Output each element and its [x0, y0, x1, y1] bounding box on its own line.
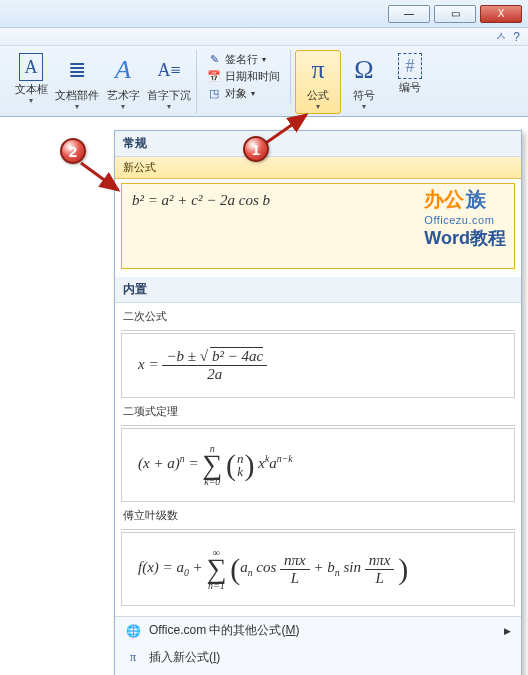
quickparts-icon: ≣ — [60, 53, 94, 87]
dropdown-footer: 🌐 Office.com 中的其他公式(M) ▶ π 插入新公式(I) 💾 将所… — [115, 616, 521, 675]
omega-icon: Ω — [347, 53, 381, 87]
watermark-text2: Officezu.com — [424, 211, 506, 229]
number-label: 编号 — [399, 81, 421, 94]
watermark-text1a: 办公 — [424, 188, 464, 210]
calendar-icon: 📅 — [207, 70, 221, 84]
chevron-right-icon: ▶ — [504, 626, 511, 636]
equation-dropdown: 常规 新公式 b² = a² + c² − 2a cos b 办公族 Offic… — [114, 130, 522, 675]
dropcap-button[interactable]: A≡ 首字下沉 ▾ — [146, 50, 192, 114]
chevron-down-icon: ▾ — [29, 96, 33, 105]
ribbon-group-text: A 文本框 ▾ ≣ 文档部件 ▾ A 艺术字 ▾ A≡ 首字下沉 ▾ — [4, 50, 197, 114]
quickparts-label: 文档部件 — [55, 89, 99, 102]
quickparts-button[interactable]: ≣ 文档部件 ▾ — [54, 50, 100, 114]
pi-icon: π — [301, 53, 335, 87]
footer-insert-label: 插入新公式(I) — [149, 649, 220, 666]
window-titlebar: — ▭ X — [0, 0, 528, 28]
textbox-icon: A — [19, 53, 43, 81]
datetime-button[interactable]: 📅日期和时间 — [207, 69, 280, 84]
new-equation-item[interactable]: b² = a² + c² − 2a cos b 办公族 Officezu.com… — [121, 183, 515, 269]
binomial-formula: (x + a)n = n ∑ k=0 (nk) xkan−k — [138, 455, 293, 471]
ribbon-help-row: ㅅ ? — [0, 28, 528, 46]
symbol-label: 符号 — [353, 89, 375, 102]
symbol-button[interactable]: Ω 符号 ▾ — [341, 50, 387, 114]
wordart-button[interactable]: A 艺术字 ▾ — [100, 50, 146, 114]
watermark-text3: Word教程 — [424, 229, 506, 247]
chevron-down-icon: ▾ — [121, 102, 125, 111]
footer-office-label: Office.com 中的其他公式(M) — [149, 622, 299, 639]
equation-button[interactable]: π 公式 ▾ — [295, 50, 341, 114]
object-icon: ◳ — [207, 87, 221, 101]
ribbon-group-symbols: π 公式 ▾ Ω 符号 ▾ # 编号 — [291, 50, 437, 114]
footer-save-selection: 💾 将所选内容保存到公式库(S)... — [115, 671, 521, 675]
chevron-down-icon: ▾ — [362, 102, 366, 111]
number-button[interactable]: # 编号 — [387, 50, 433, 114]
chevron-down-icon: ▾ — [167, 102, 171, 111]
dropdown-header-general: 常规 — [115, 131, 521, 157]
section-quadratic-label: 二次公式 — [123, 309, 513, 324]
number-icon: # — [398, 53, 422, 79]
globe-icon: 🌐 — [125, 623, 141, 639]
window-minimize-button[interactable]: — — [388, 5, 430, 23]
equation-item-binomial[interactable]: (x + a)n = n ∑ k=0 (nk) xkan−k — [121, 428, 515, 502]
dropcap-icon: A≡ — [152, 53, 186, 87]
footer-insert-new[interactable]: π 插入新公式(I) — [115, 644, 521, 671]
textbox-label: 文本框 — [15, 83, 48, 96]
dropdown-header-builtin: 内置 — [115, 277, 521, 303]
signature-label: 签名行 — [225, 52, 258, 67]
signature-icon: ✎ — [207, 53, 221, 67]
datetime-label: 日期和时间 — [225, 69, 280, 84]
object-button[interactable]: ◳对象▾ — [207, 86, 280, 101]
equation-item-quadratic[interactable]: x = −b ± √b² − 4ac 2a — [121, 333, 515, 398]
callout-2: 2 — [60, 138, 86, 164]
window-close-button[interactable]: X — [480, 5, 522, 23]
section-binomial-label: 二项式定理 — [123, 404, 513, 419]
ribbon: A 文本框 ▾ ≣ 文档部件 ▾ A 艺术字 ▾ A≡ 首字下沉 ▾ ✎签名行▾ — [0, 46, 528, 117]
new-equation-formula: b² = a² + c² − 2a cos b — [132, 192, 270, 208]
callout-2-arrow — [76, 158, 126, 198]
signature-line-button[interactable]: ✎签名行▾ — [207, 52, 280, 67]
section-fourier-label: 傅立叶级数 — [123, 508, 513, 523]
chevron-down-icon: ▾ — [75, 102, 79, 111]
ribbon-collapse-icon[interactable]: ㅅ — [495, 28, 507, 45]
watermark-text1b: 族 — [466, 188, 486, 210]
callout-1: 1 — [243, 136, 269, 162]
footer-office-more[interactable]: 🌐 Office.com 中的其他公式(M) ▶ — [115, 617, 521, 644]
textbox-button[interactable]: A 文本框 ▾ — [8, 50, 54, 114]
watermark: 办公族 Officezu.com Word教程 — [424, 190, 506, 247]
dropdown-header-neweq: 新公式 — [115, 157, 521, 179]
dropcap-label: 首字下沉 — [147, 89, 191, 102]
object-label: 对象 — [225, 86, 247, 101]
wordart-label: 艺术字 — [107, 89, 140, 102]
equation-item-fourier[interactable]: f(x) = a0 + ∞ ∑ n=1 (an cos nπxL + bn si… — [121, 532, 515, 606]
quadratic-formula: x = −b ± √b² − 4ac 2a — [138, 356, 267, 372]
pi-icon: π — [125, 650, 141, 666]
equation-label: 公式 — [307, 89, 329, 102]
window-maximize-button[interactable]: ▭ — [434, 5, 476, 23]
fourier-formula: f(x) = a0 + ∞ ∑ n=1 (an cos nπxL + bn si… — [138, 559, 408, 575]
dropdown-body: 二次公式 x = −b ± √b² − 4ac 2a 二项式定理 (x + a)… — [115, 309, 521, 616]
wordart-icon: A — [106, 53, 140, 87]
ribbon-group-textextras: ✎签名行▾ 📅日期和时间 ◳对象▾ — [197, 50, 291, 103]
help-icon[interactable]: ? — [513, 30, 520, 44]
